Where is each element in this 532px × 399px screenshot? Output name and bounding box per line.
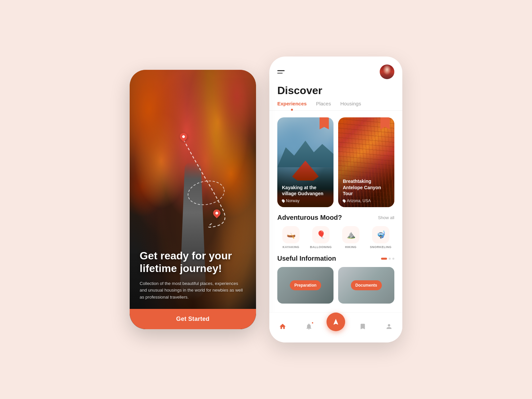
notification-dot	[311, 322, 314, 324]
avatar-image	[380, 65, 394, 79]
adventurous-title: Adventurous Mood?	[277, 214, 342, 221]
location-pin-1	[281, 199, 286, 203]
useful-header: Useful Information	[269, 249, 402, 262]
avatar[interactable]	[380, 65, 394, 79]
left-title: Get ready for your lifetime journey!	[140, 249, 246, 275]
useful-card-documents[interactable]: Documents	[338, 267, 394, 304]
adventurous-header: Adventurous Mood? Show all	[269, 207, 402, 221]
navigate-fab[interactable]	[327, 313, 345, 331]
kayaking-icon: 🛶	[287, 230, 296, 239]
card-2-info: Breathtaking Antelope Canyon Tour Arizon…	[338, 174, 394, 207]
activity-kayaking[interactable]: 🛶 KAYAKING	[277, 226, 305, 249]
hamburger-menu[interactable]	[277, 70, 285, 73]
right-header	[269, 57, 402, 79]
bookmark-nav-icon	[359, 323, 366, 330]
card-canyon[interactable]: Breathtaking Antelope Canyon Tour Arizon…	[338, 117, 394, 207]
experience-cards: Kayaking at the village Gudvangen Norway…	[269, 111, 402, 207]
bottom-nav	[269, 312, 402, 342]
ballooning-label: BALLOONING	[310, 245, 332, 249]
left-phone-content: Get ready for your lifetime journey! Col…	[130, 70, 256, 329]
hiking-icon: ⛰️	[346, 230, 355, 239]
card-1-info: Kayaking at the village Gudvangen Norway	[277, 181, 333, 207]
snorkeling-icon: 🤿	[376, 230, 385, 239]
nav-bookmark[interactable]	[354, 322, 372, 332]
nav-bell[interactable]	[300, 322, 318, 332]
dot-inactive-1	[389, 258, 391, 260]
activity-snorkeling[interactable]: 🤿 SNORKELING	[367, 226, 394, 249]
useful-title: Useful Information	[277, 255, 336, 262]
left-phone: Get ready for your lifetime journey! Col…	[130, 70, 256, 329]
activities-row: 🛶 KAYAKING 🎈 BALLOONING ⛰️ HIKING 🤿 SNOR…	[269, 221, 402, 249]
left-subtitle: Collection of the most beautiful places,…	[140, 280, 246, 301]
tab-places[interactable]: Places	[316, 101, 331, 110]
person-icon	[385, 323, 393, 330]
right-phone: Discover Experiences Places Housings Kay…	[269, 57, 402, 342]
useful-card-preparation[interactable]: Preparation	[277, 267, 333, 304]
hamburger-line-2	[277, 73, 283, 74]
dot-inactive-2	[392, 258, 394, 260]
navigate-icon	[332, 318, 339, 326]
activity-ballooning[interactable]: 🎈 BALLOONING	[307, 226, 334, 249]
tabs-row: Experiences Places Housings	[269, 97, 402, 111]
card-2-location: Arizona, USA	[343, 199, 390, 203]
tab-housings[interactable]: Housings	[340, 101, 361, 110]
nav-profile[interactable]	[380, 322, 398, 332]
nav-home[interactable]	[274, 322, 292, 332]
card-1-name: Kayaking at the village Gudvangen	[282, 185, 329, 197]
useful-cards: Preparation Documents	[269, 262, 402, 304]
show-all-button[interactable]: Show all	[378, 215, 394, 220]
card-kayaking[interactable]: Kayaking at the village Gudvangen Norway	[277, 117, 333, 207]
card-1-location: Norway	[282, 199, 329, 203]
dots-indicator	[381, 258, 394, 260]
dot-active	[381, 258, 387, 260]
hamburger-line-1	[277, 70, 285, 71]
snorkeling-icon-wrap: 🤿	[372, 226, 389, 243]
discover-title: Discover	[269, 79, 402, 97]
get-started-button[interactable]: Get Started	[130, 309, 256, 329]
home-icon	[279, 323, 286, 330]
ballooning-icon: 🎈	[317, 230, 326, 239]
documents-badge: Documents	[351, 280, 382, 290]
snorkeling-label: SNORKELING	[370, 245, 391, 249]
preparation-badge: Preparation	[290, 280, 321, 290]
hiking-label: HIKING	[345, 245, 357, 249]
kayaking-icon-wrap: 🛶	[282, 226, 300, 243]
kayaking-label: KAYAKING	[283, 245, 299, 249]
ballooning-icon-wrap: 🎈	[312, 226, 330, 243]
card-2-name: Breathtaking Antelope Canyon Tour	[343, 178, 390, 197]
tab-experiences[interactable]: Experiences	[277, 101, 307, 110]
activity-hiking[interactable]: ⛰️ HIKING	[337, 226, 364, 249]
hiking-icon-wrap: ⛰️	[342, 226, 359, 243]
location-pin-2	[342, 199, 346, 203]
